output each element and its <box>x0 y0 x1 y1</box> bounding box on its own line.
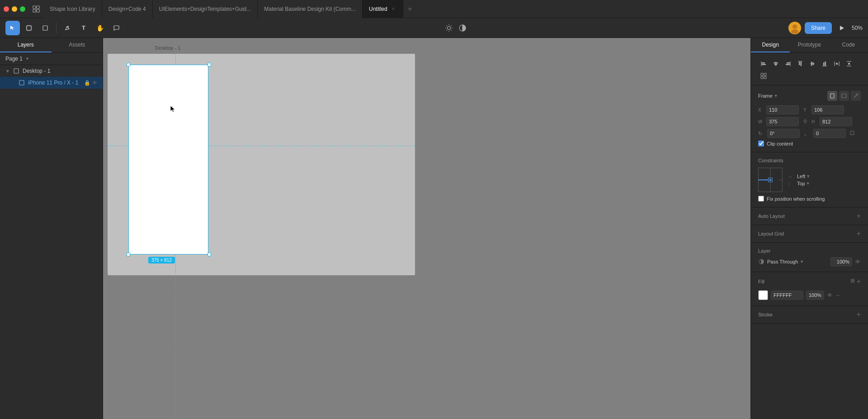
distribute-h-btn[interactable] <box>831 58 842 69</box>
lock-icon[interactable]: 🔒 <box>84 80 90 86</box>
zoom-level[interactable]: 50% <box>852 25 863 31</box>
frame-tool-btn[interactable] <box>22 21 36 35</box>
svg-rect-0 <box>33 6 36 9</box>
svg-rect-70 <box>764 73 766 75</box>
link-wh-icon[interactable] <box>802 118 808 126</box>
svg-rect-1 <box>37 6 39 9</box>
hand-tool-btn[interactable]: ✋ <box>93 21 107 35</box>
shape-tool-btn[interactable] <box>38 21 52 35</box>
distribute-v-btn[interactable] <box>844 58 854 69</box>
clip-content-checkbox[interactable] <box>758 141 764 146</box>
close-tab-btn[interactable]: × <box>390 6 396 12</box>
alignment-section <box>751 53 868 85</box>
minimize-window-btn[interactable] <box>12 6 17 12</box>
code-tab[interactable]: Code <box>829 38 868 52</box>
add-layout-grid-btn[interactable]: + <box>857 230 861 238</box>
add-stroke-btn[interactable]: + <box>857 311 861 319</box>
svg-rect-49 <box>774 62 778 64</box>
handle-bl[interactable] <box>127 253 130 256</box>
fix-scroll-checkbox[interactable] <box>758 196 764 202</box>
desktop-frame-label: Desktop - 1 <box>155 45 180 51</box>
remove-fill-btn[interactable]: − <box>836 292 840 299</box>
sun-icon[interactable] <box>445 24 453 32</box>
constraint-v-chevron: ▼ <box>806 181 810 186</box>
tab-material[interactable]: Material Baseline Design Kit (Comm... <box>258 0 363 18</box>
handle-tl[interactable] <box>127 63 130 66</box>
align-top-btn[interactable] <box>795 58 806 69</box>
landscape-btn[interactable] <box>839 91 849 101</box>
assets-tab[interactable]: Assets <box>52 38 103 52</box>
rotation-input[interactable] <box>767 129 800 138</box>
canvas[interactable]: Desktop - 1 375 × 812 <box>103 38 750 419</box>
fill-visibility-btn[interactable]: 👁 <box>827 292 833 299</box>
svg-rect-58 <box>811 62 812 66</box>
svg-line-21 <box>451 30 452 31</box>
close-window-btn[interactable] <box>4 6 9 12</box>
maximize-window-btn[interactable] <box>20 6 25 12</box>
y-input[interactable] <box>811 105 844 114</box>
layer-visibility-btn[interactable]: 👁 <box>855 259 861 265</box>
tab-shape-icon[interactable]: Shape Icon Library <box>43 0 102 18</box>
svg-rect-52 <box>787 62 790 64</box>
fill-style-btn[interactable]: ⊞ <box>850 278 855 286</box>
align-right-btn[interactable] <box>783 58 793 69</box>
tab-uielements[interactable]: UIElements+DesignTemplates+Guid... <box>153 0 258 18</box>
align-center-v-btn[interactable] <box>807 58 818 69</box>
frame-dropdown[interactable]: Frame ▼ <box>758 93 778 99</box>
frame-icon-child <box>18 79 25 86</box>
w-input[interactable] <box>766 117 799 126</box>
align-left-btn[interactable] <box>758 58 769 69</box>
x-input[interactable] <box>766 105 799 114</box>
move-tool-btn[interactable] <box>5 21 20 35</box>
constraint-v-select[interactable]: Top ▼ <box>797 181 810 186</box>
prototype-tab[interactable]: Prototype <box>790 38 829 52</box>
svg-rect-4 <box>27 26 31 30</box>
design-tab[interactable]: Design <box>751 38 790 52</box>
layer-actions: 🔒 👁 <box>84 80 97 86</box>
pen-tool-btn[interactable] <box>60 21 75 35</box>
constraint-h-chevron: ▼ <box>806 174 810 179</box>
share-button[interactable]: Share <box>805 22 832 34</box>
constraint-h-select[interactable]: Left ▼ <box>797 174 810 179</box>
stroke-section: Stroke + <box>751 306 868 324</box>
h-input[interactable] <box>820 117 852 126</box>
right-panel: Design Prototype Code <box>750 38 868 419</box>
fill-hex-input[interactable] <box>771 291 803 300</box>
xy-row: X Y <box>758 105 861 114</box>
layers-tab[interactable]: Layers <box>0 38 52 52</box>
resize-btn[interactable] <box>851 91 861 101</box>
auto-layout-section: Auto Layout + <box>751 207 868 225</box>
comment-tool-btn[interactable] <box>109 21 123 35</box>
portrait-btn[interactable] <box>827 91 837 101</box>
fill-section: Fill ⊞ + 👁 − <box>751 272 868 306</box>
constraints-diagram: ↔ Left ▼ ↕ Top ▼ <box>758 168 861 192</box>
handle-tr[interactable] <box>208 63 211 66</box>
corner-input[interactable] <box>813 129 846 138</box>
fill-color-swatch[interactable] <box>758 290 768 300</box>
contrast-icon[interactable] <box>458 24 467 32</box>
text-tool-btn[interactable]: T <box>76 21 91 35</box>
add-tab-btn[interactable]: + <box>403 2 417 16</box>
align-center-h-btn[interactable] <box>770 58 781 69</box>
layer-item-iphone[interactable]: iPhone 11 Pro / X - 1 🔒 👁 <box>0 77 103 89</box>
expand-icon: ▼ <box>5 69 10 74</box>
layer-item-desktop[interactable]: ▼ Desktop - 1 <box>0 65 103 77</box>
add-auto-layout-btn[interactable]: + <box>857 212 861 220</box>
corner-link-icon[interactable] <box>849 130 855 137</box>
page-selector[interactable]: Page 1 ▼ <box>0 53 103 65</box>
handle-br[interactable] <box>208 253 211 256</box>
play-button[interactable] <box>835 22 848 34</box>
svg-rect-61 <box>823 62 825 66</box>
opacity-input[interactable] <box>830 257 852 266</box>
svg-rect-2 <box>33 9 36 12</box>
tab-untitled[interactable]: Untitled × <box>363 0 403 18</box>
add-fill-btn[interactable]: + <box>857 278 861 286</box>
constraints-section: Constraints <box>751 152 868 207</box>
tidy-btn[interactable] <box>758 71 769 81</box>
blend-mode-select[interactable]: Pass Through <box>767 259 798 264</box>
eye-icon[interactable]: 👁 <box>92 80 97 86</box>
fill-opacity-input[interactable] <box>806 291 824 300</box>
iphone-frame-content <box>129 65 208 254</box>
tab-design-code[interactable]: Design+Code 4 <box>102 0 153 18</box>
align-bottom-btn[interactable] <box>819 58 830 69</box>
